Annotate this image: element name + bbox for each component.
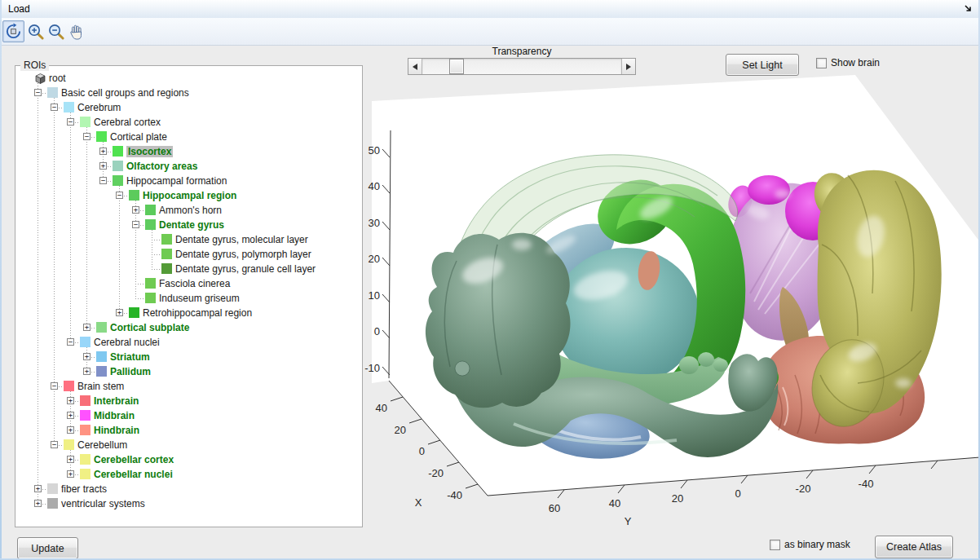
tree-toggle[interactable]: − — [99, 177, 107, 184]
tree-toggle[interactable]: − — [83, 133, 90, 140]
tree-toggle[interactable]: + — [83, 324, 90, 331]
tree-row[interactable]: − Dentate gyrus — [15, 218, 362, 232]
tree-label[interactable]: Olfactory areas — [126, 161, 197, 172]
tree-toggle[interactable]: + — [67, 412, 74, 419]
tree-row[interactable]: − Hippocampal formation — [15, 174, 362, 188]
transparency-slider[interactable] — [408, 58, 636, 75]
tree-label[interactable]: ventricular systems — [61, 498, 145, 509]
tree-label[interactable]: Fasciola cinerea — [159, 278, 230, 289]
tree-row[interactable]: − Cerebral nuclei — [15, 335, 362, 350]
tree-label[interactable]: Interbrain — [94, 395, 139, 407]
tree-row[interactable]: − Cerebrum — [15, 100, 362, 115]
tree-label[interactable]: Brain stem — [77, 381, 124, 392]
tree-label[interactable]: Cortical plate — [110, 131, 167, 143]
create-atlas-button[interactable]: Create Atlas — [875, 536, 953, 558]
undock-arrow-icon[interactable] — [964, 4, 973, 14]
tree-row[interactable]: + Ammon's horn — [15, 203, 362, 218]
tree-label[interactable]: Cerebrum — [77, 102, 121, 113]
tree-row[interactable]: Induseum griseum — [15, 291, 362, 306]
tree-row[interactable]: + Cerebellar cortex — [15, 452, 362, 467]
show-brain-checkbox[interactable] — [816, 58, 827, 68]
slider-right-arrow[interactable] — [621, 59, 635, 74]
tree-row[interactable]: + ventricular systems — [15, 496, 362, 511]
tree-label[interactable]: Dentate gyrus, granule cell layer — [175, 263, 316, 275]
slider-track[interactable] — [422, 59, 621, 74]
tree-row[interactable]: + Retrohippocampal region — [15, 306, 362, 320]
tree-row[interactable]: − Brain stem — [15, 379, 362, 394]
tree-toggle[interactable]: − — [51, 382, 58, 390]
tree-label[interactable]: Hippocampal region — [143, 190, 236, 201]
tree-toggle[interactable]: + — [83, 353, 90, 360]
tree-row[interactable]: Dentate gyrus, molecular layer — [15, 232, 362, 247]
slider-left-arrow[interactable] — [408, 59, 422, 74]
tree-toggle[interactable]: + — [67, 397, 74, 404]
tree-row[interactable]: + Olfactory areas — [15, 159, 362, 174]
tree-toggle[interactable]: + — [116, 309, 123, 316]
tree-row[interactable]: + fiber tracts — [15, 482, 362, 496]
tree-row[interactable]: Fasciola cinerea — [15, 276, 362, 291]
tree-row[interactable]: + Isocortex — [15, 144, 362, 159]
tree-label[interactable]: Isocortex — [126, 146, 173, 157]
tree-toggle[interactable]: + — [67, 470, 74, 478]
tree-label[interactable]: Dentate gyrus, polymorph layer — [175, 249, 311, 260]
tree-row[interactable]: + Hindbrain — [15, 423, 362, 438]
tree-toggle[interactable]: − — [34, 89, 42, 96]
tree-row[interactable]: + Pallidum — [15, 364, 362, 379]
as-binary-mask-checkbox[interactable] — [770, 540, 780, 550]
zoom-in-tool[interactable] — [24, 20, 46, 42]
tree-toggle[interactable]: + — [83, 368, 90, 375]
tree-toggle[interactable]: − — [132, 221, 139, 228]
tree-label[interactable]: Striatum — [110, 351, 150, 363]
tree-row[interactable]: − Cerebral cortex — [15, 115, 362, 130]
tree-label[interactable]: Cortical subplate — [110, 322, 189, 333]
tree-row[interactable]: + Cortical subplate — [15, 320, 362, 335]
tree-label[interactable]: Hippocampal formation — [126, 175, 227, 187]
zoom-out-tool[interactable] — [45, 20, 67, 42]
tree-label[interactable]: Dentate gyrus — [159, 219, 224, 231]
tree-row[interactable]: Dentate gyrus, granule cell layer — [15, 262, 362, 276]
tree-label[interactable]: Dentate gyrus, molecular layer — [175, 234, 308, 245]
tree-row[interactable]: root — [15, 71, 362, 86]
tree-label[interactable]: Pallidum — [110, 366, 151, 377]
pan-tool[interactable] — [65, 20, 87, 42]
menu-load[interactable]: Load — [8, 3, 30, 15]
tree-toggle[interactable]: − — [51, 104, 58, 111]
tree-label[interactable]: Cerebellum — [77, 439, 127, 451]
tree-label[interactable]: Induseum griseum — [159, 293, 240, 304]
tree-label[interactable]: Ammon's horn — [159, 205, 222, 216]
tree-row[interactable]: − Basic cell groups and regions — [15, 86, 362, 100]
tree-label[interactable]: Cerebellar nuclei — [94, 469, 173, 480]
tree-toggle[interactable]: + — [99, 162, 107, 170]
tree-toggle[interactable]: − — [51, 441, 58, 448]
tree-label[interactable]: fiber tracts — [61, 483, 107, 495]
tree-label[interactable]: Cerebellar cortex — [94, 454, 174, 465]
tree-label[interactable]: Basic cell groups and regions — [61, 87, 189, 99]
set-light-button[interactable]: Set Light — [726, 54, 799, 76]
tree-row[interactable]: Dentate gyrus, polymorph layer — [15, 247, 362, 262]
tree-toggle[interactable]: + — [67, 426, 74, 434]
tree-row[interactable]: + Interbrain — [15, 394, 362, 408]
tree-toggle[interactable]: + — [132, 206, 139, 214]
update-button[interactable]: Update — [17, 537, 78, 559]
tree-label[interactable]: root — [49, 73, 66, 84]
tree-label[interactable]: Cerebral cortex — [94, 117, 161, 128]
tree-toggle[interactable]: − — [116, 192, 123, 199]
tree-row[interactable]: − Cerebellum — [15, 438, 362, 452]
tree-toggle[interactable]: − — [67, 338, 74, 346]
tree-label[interactable]: Midbrain — [94, 410, 135, 421]
tree-row[interactable]: + Cerebellar nuclei — [15, 467, 362, 482]
tree-toggle[interactable]: + — [34, 485, 42, 492]
tree-toggle[interactable]: + — [67, 456, 74, 463]
tree-toggle[interactable]: + — [99, 148, 107, 155]
tree-toggle[interactable]: + — [34, 500, 42, 507]
tree-label[interactable]: Cerebral nuclei — [94, 337, 160, 348]
rotate-3d-tool[interactable] — [2, 20, 24, 42]
tree-row[interactable]: + Midbrain — [15, 408, 362, 423]
tree-row[interactable]: − Cortical plate — [15, 130, 362, 144]
tree-toggle[interactable]: − — [67, 118, 74, 126]
tree-label[interactable]: Retrohippocampal region — [143, 307, 252, 319]
tree-row[interactable]: + Striatum — [15, 350, 362, 364]
roi-tree[interactable]: root − Basic cell groups and regions − C… — [15, 66, 362, 527]
tree-row[interactable]: − Hippocampal region — [15, 188, 362, 203]
tree-label[interactable]: Hindbrain — [94, 425, 139, 436]
